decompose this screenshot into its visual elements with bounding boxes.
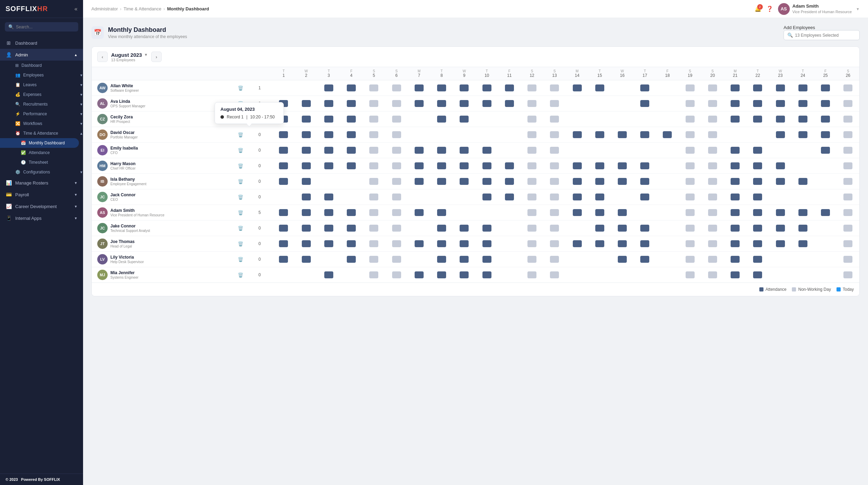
day-cell[interactable] bbox=[543, 205, 566, 221]
sidebar-item-payroll[interactable]: 💳 Payroll ▼ bbox=[0, 189, 83, 200]
day-cell[interactable] bbox=[431, 189, 453, 205]
day-cell[interactable] bbox=[656, 143, 679, 158]
day-cell[interactable] bbox=[701, 189, 724, 205]
day-cell[interactable] bbox=[792, 127, 814, 143]
day-cell[interactable] bbox=[566, 205, 588, 221]
day-cell[interactable] bbox=[431, 96, 453, 111]
day-cell[interactable] bbox=[656, 221, 679, 236]
day-cell[interactable] bbox=[792, 252, 814, 267]
search-input[interactable] bbox=[16, 25, 75, 29]
delete-employee-button[interactable]: 🗑️ bbox=[238, 163, 243, 169]
day-cell[interactable] bbox=[701, 158, 724, 174]
day-cell[interactable] bbox=[634, 127, 656, 143]
day-cell[interactable] bbox=[769, 174, 792, 189]
day-cell[interactable] bbox=[272, 267, 295, 283]
day-cell[interactable] bbox=[363, 127, 385, 143]
day-cell[interactable] bbox=[656, 236, 679, 252]
day-cell[interactable] bbox=[566, 189, 588, 205]
day-cell[interactable] bbox=[837, 174, 859, 189]
day-cell[interactable] bbox=[340, 96, 363, 111]
day-cell[interactable] bbox=[272, 221, 295, 236]
day-cell[interactable] bbox=[724, 252, 747, 267]
day-cell[interactable] bbox=[363, 96, 385, 111]
day-cell[interactable] bbox=[814, 236, 837, 252]
day-cell[interactable] bbox=[837, 127, 859, 143]
day-cell[interactable] bbox=[431, 205, 453, 221]
day-cell[interactable] bbox=[295, 267, 317, 283]
sidebar-collapse-button[interactable]: « bbox=[74, 6, 78, 12]
sidebar-item-dashboard[interactable]: ⊞ Dashboard bbox=[0, 37, 83, 49]
day-cell[interactable] bbox=[792, 158, 814, 174]
sidebar-item-admin[interactable]: 👤 Admin ▲ bbox=[0, 49, 83, 61]
day-cell[interactable] bbox=[837, 143, 859, 158]
day-cell[interactable] bbox=[317, 96, 340, 111]
day-cell[interactable] bbox=[340, 236, 363, 252]
day-cell[interactable] bbox=[453, 143, 476, 158]
sidebar-item-workflows[interactable]: 🔀 Workflows ▼ bbox=[0, 119, 83, 128]
day-cell[interactable] bbox=[543, 174, 566, 189]
day-cell[interactable] bbox=[317, 236, 340, 252]
day-cell[interactable] bbox=[747, 252, 769, 267]
notifications-button[interactable]: 🔔 2 bbox=[754, 6, 761, 12]
day-cell[interactable] bbox=[543, 127, 566, 143]
day-cell[interactable] bbox=[317, 127, 340, 143]
day-cell[interactable] bbox=[611, 236, 633, 252]
day-cell[interactable] bbox=[408, 158, 430, 174]
day-cell[interactable] bbox=[521, 252, 543, 267]
day-cell[interactable] bbox=[747, 221, 769, 236]
day-cell[interactable] bbox=[498, 189, 521, 205]
day-cell[interactable] bbox=[408, 252, 430, 267]
day-cell[interactable] bbox=[453, 96, 476, 111]
day-cell[interactable] bbox=[476, 111, 498, 127]
day-cell[interactable] bbox=[724, 267, 747, 283]
day-cell[interactable] bbox=[408, 236, 430, 252]
day-cell[interactable] bbox=[340, 189, 363, 205]
day-cell[interactable] bbox=[701, 111, 724, 127]
day-cell[interactable] bbox=[747, 143, 769, 158]
day-cell[interactable] bbox=[814, 221, 837, 236]
delete-employee-button[interactable]: 🗑️ bbox=[238, 257, 243, 262]
day-cell[interactable] bbox=[814, 205, 837, 221]
day-cell[interactable] bbox=[385, 205, 408, 221]
day-cell[interactable] bbox=[340, 174, 363, 189]
day-cell[interactable] bbox=[656, 96, 679, 111]
sidebar-item-recruitments[interactable]: 🔍 Recruitments ▼ bbox=[0, 99, 83, 109]
day-cell[interactable] bbox=[837, 205, 859, 221]
day-cell[interactable] bbox=[317, 80, 340, 96]
day-cell[interactable] bbox=[453, 174, 476, 189]
day-cell[interactable] bbox=[363, 189, 385, 205]
day-cell[interactable] bbox=[408, 205, 430, 221]
sidebar-item-time-attendance[interactable]: ⏰ Time & Attendance ▲ bbox=[0, 128, 83, 138]
day-cell[interactable] bbox=[588, 221, 611, 236]
day-cell[interactable] bbox=[611, 267, 633, 283]
sidebar-item-attendance[interactable]: ✅ Attendance bbox=[0, 148, 83, 158]
sidebar-item-performance[interactable]: ⚡ Performance ▼ bbox=[0, 109, 83, 119]
day-cell[interactable] bbox=[295, 127, 317, 143]
day-cell[interactable] bbox=[498, 111, 521, 127]
day-cell[interactable] bbox=[611, 158, 633, 174]
day-cell[interactable] bbox=[769, 252, 792, 267]
day-cell[interactable] bbox=[679, 80, 701, 96]
day-cell[interactable] bbox=[521, 221, 543, 236]
day-cell[interactable] bbox=[724, 174, 747, 189]
day-cell[interactable] bbox=[543, 189, 566, 205]
day-cell[interactable] bbox=[814, 111, 837, 127]
day-cell[interactable] bbox=[453, 252, 476, 267]
day-cell[interactable] bbox=[431, 221, 453, 236]
day-cell[interactable] bbox=[431, 111, 453, 127]
day-cell[interactable] bbox=[724, 205, 747, 221]
day-cell[interactable] bbox=[588, 96, 611, 111]
day-cell[interactable] bbox=[747, 267, 769, 283]
day-cell[interactable] bbox=[588, 127, 611, 143]
day-cell[interactable] bbox=[431, 158, 453, 174]
day-cell[interactable] bbox=[588, 267, 611, 283]
day-cell[interactable] bbox=[566, 221, 588, 236]
delete-employee-button[interactable]: 🗑️ bbox=[238, 210, 243, 215]
sidebar-item-manage-rosters[interactable]: 📊 Manage Rosters ▼ bbox=[0, 177, 83, 189]
day-cell[interactable] bbox=[656, 158, 679, 174]
day-cell[interactable] bbox=[385, 267, 408, 283]
day-cell[interactable] bbox=[769, 267, 792, 283]
breadcrumb-time-attendance[interactable]: Time & Attendance bbox=[124, 6, 161, 11]
day-cell[interactable] bbox=[701, 174, 724, 189]
day-cell[interactable] bbox=[701, 205, 724, 221]
